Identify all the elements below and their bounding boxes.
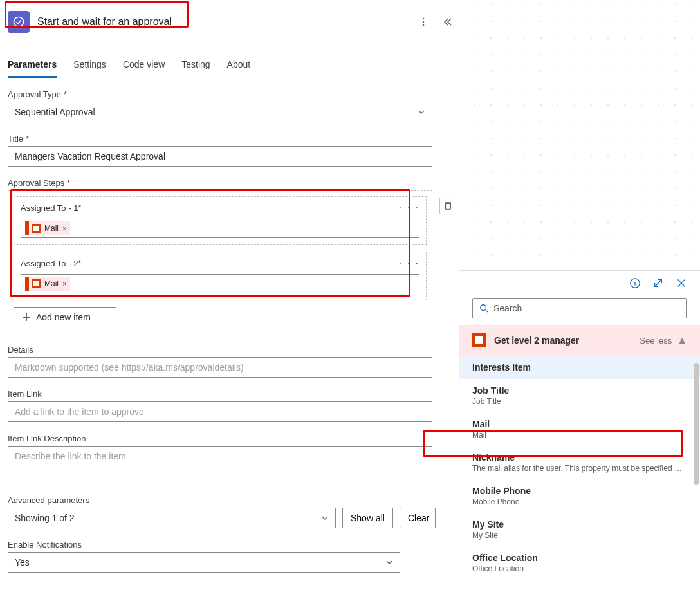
item-link-desc-input[interactable]: Describe the link to the item bbox=[8, 446, 432, 466]
details-label: Details bbox=[8, 345, 33, 355]
office-icon bbox=[32, 224, 41, 233]
dynamic-item-desc: Job Title bbox=[472, 397, 687, 406]
item-link-placeholder: Add a link to the item to approve bbox=[15, 407, 144, 417]
tab-code-view[interactable]: Code view bbox=[123, 55, 165, 78]
svg-point-0 bbox=[14, 17, 24, 27]
advanced-summary-value: Showing 1 of 2 bbox=[15, 513, 75, 523]
dynamic-item-name: Interests Item bbox=[472, 362, 687, 373]
dynamic-item-name: My Site bbox=[472, 519, 687, 530]
required-marker: * bbox=[67, 179, 70, 188]
required-marker: * bbox=[64, 90, 67, 99]
chevron-down-icon bbox=[321, 514, 329, 522]
svg-point-3 bbox=[423, 24, 425, 26]
dynamic-item-desc: Office Location bbox=[472, 564, 687, 573]
dynamic-item-name: Job Title bbox=[472, 385, 687, 396]
step-label: Assigned To - 1 bbox=[21, 203, 78, 213]
assigned-to-input[interactable]: Mail × bbox=[21, 274, 419, 293]
scrollbar[interactable] bbox=[694, 363, 699, 485]
add-new-item-button[interactable]: Add new item bbox=[14, 307, 116, 327]
advanced-label: Advanced parameters bbox=[8, 495, 89, 505]
search-input[interactable]: Search bbox=[472, 298, 687, 318]
dynamic-item-mail[interactable]: MailMail bbox=[459, 412, 700, 446]
approval-type-select[interactable]: Sequential Approval bbox=[8, 102, 432, 122]
assigned-to-input[interactable]: Mail × bbox=[21, 219, 419, 238]
required-marker: * bbox=[78, 259, 81, 268]
dynamic-item-nickname[interactable]: NicknameThe mail alias for the user. Thi… bbox=[459, 446, 700, 479]
remove-token-icon[interactable]: × bbox=[62, 225, 66, 232]
dynamic-item-desc: Mail bbox=[472, 430, 687, 439]
clear-button[interactable]: Clear bbox=[400, 508, 436, 528]
dynamic-token[interactable]: Mail × bbox=[25, 221, 70, 235]
search-icon bbox=[479, 304, 488, 313]
expand-icon[interactable] bbox=[652, 277, 664, 289]
dynamic-item-name: Mail bbox=[472, 419, 687, 429]
close-icon[interactable] bbox=[676, 277, 687, 289]
required-marker: * bbox=[78, 203, 81, 212]
item-link-desc-placeholder: Describe the link to the item bbox=[15, 451, 126, 461]
approval-type-value: Sequential Approval bbox=[15, 107, 95, 117]
chevron-down-icon bbox=[418, 108, 425, 116]
dynamic-item-desc: My Site bbox=[472, 531, 687, 540]
step-more-icon[interactable]: · · · bbox=[399, 257, 419, 269]
tab-about[interactable]: About bbox=[227, 55, 251, 78]
dynamic-item-mobile-phone[interactable]: Mobile PhoneMobile Phone bbox=[459, 479, 700, 513]
remove-token-icon[interactable]: × bbox=[62, 280, 66, 288]
collapse-icon[interactable] bbox=[441, 17, 452, 27]
title-input[interactable]: Managers Vacation Request Approval bbox=[8, 146, 432, 167]
details-input[interactable]: Markdown supported (see https://aka.ms/a… bbox=[8, 357, 432, 378]
add-new-item-label: Add new item bbox=[36, 312, 91, 322]
item-link-input[interactable]: Add a link to the item to approve bbox=[8, 401, 432, 422]
see-less-link[interactable]: See less bbox=[640, 336, 672, 346]
svg-point-6 bbox=[481, 305, 486, 311]
step-label: Assigned To - 2 bbox=[21, 259, 78, 268]
action-title: Start and wait for an approval bbox=[37, 16, 172, 28]
dynamic-item-office-location[interactable]: Office LocationOffice Location bbox=[459, 546, 700, 580]
dynamic-token[interactable]: Mail × bbox=[25, 277, 70, 291]
required-marker: * bbox=[26, 134, 29, 143]
dynamic-item-desc: The mail alias for the user. This proper… bbox=[472, 464, 687, 473]
info-icon[interactable] bbox=[629, 277, 641, 289]
more-icon[interactable] bbox=[418, 17, 428, 27]
tab-testing[interactable]: Testing bbox=[181, 55, 210, 78]
search-placeholder: Search bbox=[493, 303, 522, 313]
title-label: Title bbox=[8, 134, 23, 143]
approval-step: Assigned To - 2 * · · · Mail × bbox=[14, 252, 427, 300]
action-icon bbox=[8, 11, 30, 33]
copy-step-button[interactable] bbox=[439, 198, 456, 214]
approval-steps-label: Approval Steps bbox=[8, 178, 64, 188]
dynamic-item-name: Mobile Phone bbox=[472, 486, 687, 496]
office-icon bbox=[32, 279, 41, 288]
chevron-down-icon bbox=[385, 558, 393, 566]
svg-point-2 bbox=[423, 21, 425, 23]
dynamic-item-name: Nickname bbox=[472, 452, 687, 463]
caret-up-icon: ▲ bbox=[677, 335, 687, 346]
enable-notifications-select[interactable]: Yes bbox=[8, 552, 400, 573]
item-link-label: Item Link bbox=[8, 389, 42, 399]
token-label: Mail bbox=[44, 279, 59, 288]
enable-notifications-label: Enable Notifications bbox=[8, 540, 82, 549]
office-icon bbox=[472, 333, 486, 347]
token-label: Mail bbox=[44, 224, 59, 233]
show-all-button[interactable]: Show all bbox=[342, 508, 393, 528]
dynamic-item-desc: Mobile Phone bbox=[472, 497, 687, 506]
details-placeholder: Markdown supported (see https://aka.ms/a… bbox=[15, 362, 244, 373]
title-value: Managers Vacation Request Approval bbox=[15, 151, 165, 161]
tab-settings[interactable]: Settings bbox=[73, 55, 106, 78]
dynamic-item-job-title[interactable]: Job TitleJob Title bbox=[459, 379, 700, 412]
tab-parameters[interactable]: Parameters bbox=[8, 55, 57, 78]
approval-type-label: Approval Type bbox=[8, 89, 61, 99]
step-more-icon[interactable]: · · · bbox=[399, 202, 419, 214]
dynamic-item-interests-item[interactable]: Interests Item bbox=[459, 356, 700, 379]
dynamic-item-my-site[interactable]: My SiteMy Site bbox=[459, 513, 700, 546]
advanced-summary-select[interactable]: Showing 1 of 2 bbox=[8, 508, 336, 528]
item-link-desc-label: Item Link Description bbox=[8, 434, 86, 443]
enable-notifications-value: Yes bbox=[15, 557, 30, 567]
svg-point-1 bbox=[423, 18, 425, 20]
approval-step: Assigned To - 1 * · · · Mail × bbox=[14, 196, 427, 245]
svg-rect-4 bbox=[446, 204, 451, 210]
divider bbox=[8, 486, 432, 486]
dynamic-group-title: Get level 2 manager bbox=[494, 335, 579, 346]
dynamic-content-popover: Search Get level 2 manager See less ▲ In… bbox=[459, 270, 700, 590]
dynamic-item-name: Office Location bbox=[472, 553, 687, 563]
dynamic-group-header[interactable]: Get level 2 manager See less ▲ bbox=[459, 325, 700, 356]
